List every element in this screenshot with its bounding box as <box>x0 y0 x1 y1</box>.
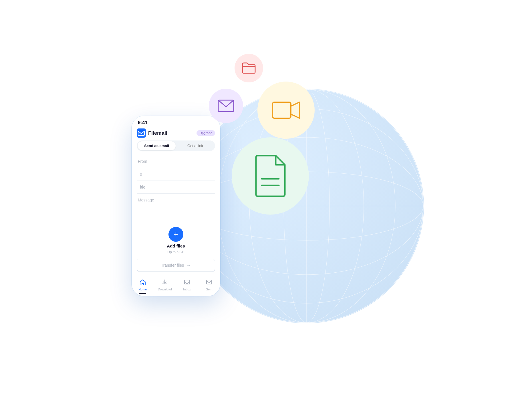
filemail-logo-icon <box>137 128 146 138</box>
add-files-label: Add files <box>167 243 185 248</box>
document-icon <box>252 154 289 197</box>
from-field[interactable]: From <box>137 155 215 168</box>
nav-download-label: Download <box>158 288 172 291</box>
phone-time: 9:41 <box>138 120 148 126</box>
to-field[interactable]: To <box>137 168 215 181</box>
home-icon <box>140 279 146 287</box>
send-tabs: Send as email Get a link <box>137 140 215 151</box>
sent-icon <box>206 279 212 287</box>
document-bubble <box>232 137 309 215</box>
upgrade-badge[interactable]: Upgrade <box>196 130 215 136</box>
email-form: From To Title Message <box>132 155 220 222</box>
nav-home[interactable]: Home <box>132 279 154 294</box>
tab-send-email[interactable]: Send as email <box>138 141 176 150</box>
phone-header: Filemail Upgrade <box>132 126 220 140</box>
svg-rect-16 <box>207 280 212 284</box>
plus-icon: + <box>174 230 178 238</box>
nav-inbox-label: Inbox <box>183 288 191 291</box>
add-files-sublabel: Up to 5 GB <box>167 250 184 254</box>
transfer-button-label: Transfer files <box>161 263 184 268</box>
email-bubble <box>209 89 243 123</box>
logo-text: Filemail <box>148 130 167 136</box>
folder-bubble <box>235 54 263 82</box>
nav-inbox[interactable]: Inbox <box>176 279 198 294</box>
nav-home-label: Home <box>138 288 147 291</box>
download-icon <box>162 279 168 287</box>
title-field[interactable]: Title <box>137 181 215 194</box>
nav-active-indicator <box>139 293 146 294</box>
video-icon <box>272 100 300 120</box>
phone-mockup: 9:41 Filemail Upgrade Send as email Get … <box>132 116 220 296</box>
message-field[interactable]: Message <box>137 194 215 206</box>
nav-download[interactable]: Download <box>154 279 176 294</box>
folder-icon <box>241 62 256 74</box>
video-bubble <box>257 82 315 139</box>
scene: 9:41 Filemail Upgrade Send as email Get … <box>94 34 438 378</box>
tab-get-link[interactable]: Get a link <box>176 141 214 150</box>
add-files-button[interactable]: + <box>168 227 183 242</box>
nav-sent-label: Sent <box>206 288 213 291</box>
transfer-button[interactable]: Transfer files → <box>137 259 215 272</box>
add-files-area: + Add files Up to 5 GB <box>132 222 220 258</box>
status-bar: 9:41 <box>132 116 220 126</box>
bottom-navigation: Home Download <box>132 276 220 296</box>
transfer-arrow-icon: → <box>186 263 191 268</box>
email-icon <box>217 99 235 112</box>
inbox-icon <box>184 279 190 287</box>
logo-area: Filemail <box>137 128 167 138</box>
svg-rect-10 <box>273 102 291 118</box>
nav-sent[interactable]: Sent <box>198 279 221 294</box>
